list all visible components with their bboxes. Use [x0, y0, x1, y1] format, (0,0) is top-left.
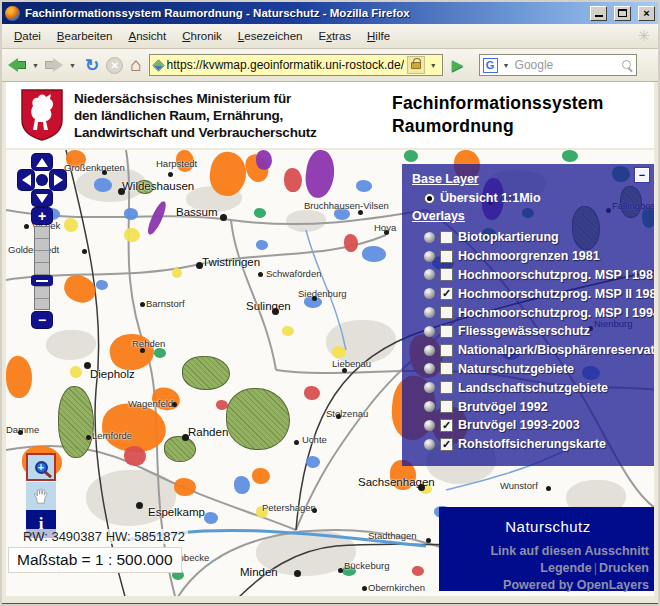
scale-indicator: Maßstab = 1 : 500.000 [8, 547, 182, 573]
overlay-row: ✓Brutvögel 1993-2003 [424, 416, 654, 435]
close-button[interactable]: × [638, 6, 655, 21]
overlay-checkbox[interactable] [440, 306, 453, 319]
menu-item-extras[interactable]: Extras [310, 26, 359, 46]
overlay-checkbox[interactable] [440, 362, 453, 375]
zoom-in-button[interactable]: + [32, 208, 52, 224]
pan-right-button[interactable] [50, 170, 66, 190]
overlay-checkbox[interactable] [440, 268, 453, 281]
zoom-box-tool-button[interactable]: + [26, 453, 56, 481]
overlay-label[interactable]: Hochmoorschutzprog. MSP I 1994 [458, 306, 654, 320]
reload-button[interactable]: ↻ [82, 55, 102, 76]
stop-button[interactable]: ✕ [106, 57, 123, 74]
overlay-label[interactable]: Biotopkartierung [458, 230, 559, 244]
forward-dropdown-caret[interactable]: ▼ [67, 62, 78, 69]
url-text[interactable]: https://kvwmap.geoinformatik.uni-rostock… [167, 58, 404, 72]
base-layer-heading: Base Layer [412, 172, 654, 186]
town-dot [294, 440, 299, 445]
back-dropdown-caret[interactable]: ▼ [30, 62, 41, 69]
town-dot [84, 362, 91, 369]
town-label: Petershagen [262, 502, 316, 513]
overlay-checkbox[interactable] [440, 344, 453, 357]
layer-sphere-icon [424, 269, 435, 280]
url-dropdown-caret[interactable]: ▼ [428, 62, 439, 69]
slider-grip-icon [36, 280, 48, 282]
pan-left-button[interactable] [18, 170, 34, 190]
link-powered-by-openlayers[interactable]: Powered by OpenLayers [439, 577, 649, 594]
town-dot [86, 435, 91, 440]
overlay-label[interactable]: Hochmoorgrenzen 1981 [458, 249, 600, 263]
map-patch-blue [256, 240, 268, 250]
panel-minimize-button[interactable]: − [635, 168, 649, 182]
window-title: Fachinformationssystem Raumordnung - Nat… [25, 7, 583, 19]
overlay-checkbox[interactable] [440, 381, 453, 394]
town-label: Wildeshausen [122, 180, 194, 192]
town-dot [362, 586, 367, 591]
town-dot [426, 538, 431, 543]
menu-item-bearbeiten[interactable]: Bearbeiten [49, 26, 121, 46]
base-layer-row[interactable]: Übersicht 1:1Mio [424, 191, 654, 205]
minus-icon: − [38, 314, 46, 326]
mouse-coordinates: RW: 3490387 HW: 5851872 [20, 529, 188, 544]
overlay-label[interactable]: Fliessgewässerschutz [458, 324, 590, 338]
minimize-button[interactable] [590, 6, 607, 21]
pan-up-button[interactable] [32, 154, 52, 170]
site-favicon [152, 59, 164, 71]
menu-item-datei[interactable]: Datei [6, 26, 49, 46]
pan-up-icon [36, 158, 48, 167]
town-dot [196, 262, 203, 269]
ministry-line-3: Landwirtschaft und Verbraucherschutz [74, 124, 317, 141]
overlay-checkbox[interactable] [440, 231, 453, 244]
zoom-slider-handle[interactable] [31, 275, 53, 286]
menu-item-hilfe[interactable]: Hilfe [359, 26, 398, 46]
title-bar: Fachinformationssystem Raumordnung - Nat… [2, 2, 658, 24]
town-dot [294, 570, 301, 577]
zoom-out-button[interactable]: − [32, 312, 52, 328]
overlay-label[interactable]: Naturschutzgebiete [458, 362, 574, 376]
base-layer-radio[interactable] [424, 193, 435, 204]
search-engine-caret[interactable]: ▼ [501, 62, 512, 69]
overlay-checkbox[interactable] [440, 250, 453, 263]
pan-tool-button[interactable] [26, 482, 56, 510]
search-icon[interactable] [622, 60, 633, 71]
base-layer-label[interactable]: Übersicht 1:1Mio [440, 191, 541, 205]
overlay-checkbox[interactable]: ✓ [440, 419, 453, 432]
hand-icon [32, 487, 50, 505]
overlay-label[interactable]: Rohstoffsicherungskarte [458, 437, 606, 451]
link-legend[interactable]: Legende [540, 561, 591, 575]
maximize-button[interactable] [614, 6, 631, 21]
link-separator: | [592, 561, 599, 575]
zoom-slider-track[interactable] [34, 226, 50, 310]
back-button[interactable] [8, 58, 26, 72]
town-label: Schwaförden [266, 268, 321, 279]
map-patch-orange [252, 468, 270, 484]
pan-center-button[interactable] [37, 175, 47, 185]
overlay-label[interactable]: Hochmoorschutzprog. MSP II 1986 [458, 287, 654, 301]
forward-button[interactable] [45, 58, 63, 72]
address-bar[interactable]: https://kvwmap.geoinformatik.uni-rostock… [149, 54, 443, 76]
overlay-checkbox[interactable]: ✓ [440, 287, 453, 300]
home-button[interactable]: ⌂ [127, 56, 144, 74]
link-print[interactable]: Drucken [599, 561, 649, 575]
overlay-label[interactable]: Landschaftschutzgebiete [458, 381, 608, 395]
go-button[interactable]: ▶ [447, 54, 469, 76]
town-label: Bückeburg [344, 560, 389, 571]
menu-item-lesezeichen[interactable]: Lesezeichen [230, 26, 311, 46]
town-dot [140, 302, 145, 307]
overlay-checkbox[interactable]: ✓ [440, 438, 453, 451]
search-box[interactable]: G ▼ Google [479, 54, 637, 76]
pan-down-button[interactable] [32, 190, 52, 206]
overlay-label[interactable]: Brutvögel 1992 [458, 400, 548, 414]
menu-item-ansicht[interactable]: Ansicht [121, 26, 175, 46]
search-input[interactable]: Google [515, 58, 619, 72]
map-viewport[interactable]: + − + i − Base Layer [6, 150, 654, 596]
site-header: Niedersächsisches Ministerium für den lä… [6, 82, 654, 148]
link-extent[interactable]: Link auf diesen Ausschnitt [439, 543, 649, 560]
menu-item-chronik[interactable]: Chronik [174, 26, 230, 46]
overlay-checkbox[interactable] [440, 400, 453, 413]
overlay-checkbox[interactable] [440, 325, 453, 338]
overlay-label[interactable]: Hochmoorschutzprog. MSP I 1981 [458, 268, 654, 282]
layer-sphere-icon [424, 326, 435, 337]
pan-down-icon [36, 194, 48, 203]
overlay-label[interactable]: Brutvögel 1993-2003 [458, 418, 580, 432]
overlay-label[interactable]: Nationalpark/Biosphärenreservat [458, 343, 654, 357]
